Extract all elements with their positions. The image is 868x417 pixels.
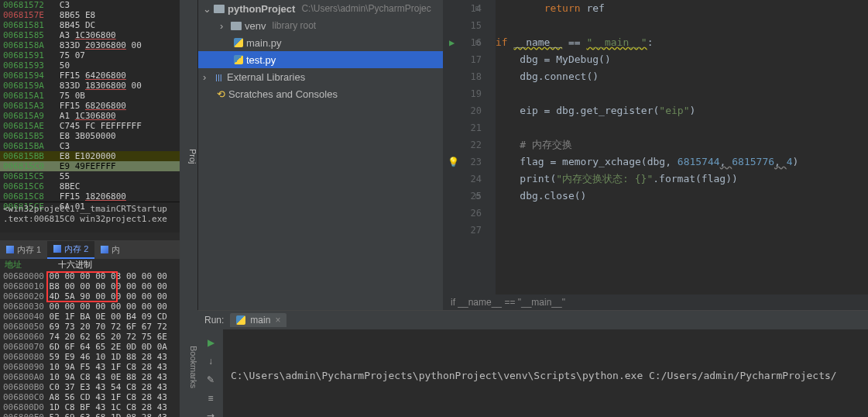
project-sidebar-strip[interactable]: Proj <box>180 0 198 310</box>
memory-tab-3[interactable]: 内 <box>94 242 126 258</box>
breadcrumb[interactable]: if __name__ == "__main__" <box>443 295 868 310</box>
tree-external-libraries[interactable]: › ⫼ External Libraries <box>198 68 443 85</box>
disasm-row[interactable]: 006815A3 FF15 68206800 <box>0 101 180 111</box>
line-number[interactable]: 17 <box>443 51 482 68</box>
run-gutter-icon[interactable]: ▶ <box>449 34 455 51</box>
line-number[interactable]: 16▶⊟ <box>443 34 482 51</box>
disasm-row[interactable]: 00681585 A3 1C306800 <box>0 30 180 40</box>
intention-bulb-icon[interactable]: 💡 <box>448 153 459 171</box>
disassembly-panel[interactable]: 00681572 C30068157E 8B65 E800681581 8B45… <box>0 0 180 233</box>
code-line[interactable]: dbg = MyDebug() <box>496 51 868 68</box>
run-tab-main[interactable]: main × <box>230 313 286 327</box>
memdump-row[interactable]: 00680070 6D 6F 64 65 2E 0D 0D 0A <box>3 342 177 352</box>
memdump-row[interactable]: 006800C0 A8 56 CD 43 1F C8 28 43 <box>3 392 177 402</box>
memdump-row[interactable]: 00680020 4D 5A 90 00 00 00 00 00 <box>3 291 177 302</box>
settings-button[interactable]: ✎ <box>204 374 217 385</box>
memdump-row[interactable]: 00680050 69 73 20 70 72 6F 67 72 <box>3 322 177 332</box>
line-number[interactable]: 19 <box>443 85 482 102</box>
tree-root[interactable]: ⌄ pythonProject C:\Users\admin\PycharmPr… <box>198 0 443 17</box>
line-number[interactable]: 14⊟ <box>443 0 482 17</box>
disasm-row[interactable]: 00681572 C3 <box>0 0 180 10</box>
memdump-row[interactable]: 006800B0 C0 37 E3 43 54 C8 28 43 <box>3 382 177 392</box>
bookmarks-sidebar[interactable]: Bookmarks <box>180 310 198 417</box>
code-line[interactable]: # 内存交换 <box>496 136 868 153</box>
memdump-row[interactable]: 00680060 74 20 62 65 20 72 75 6E <box>3 332 177 342</box>
code-line[interactable]: if __name__ == "__main__": <box>496 34 868 51</box>
disasm-row[interactable]: 006815B5 E8 3B050000 <box>0 131 180 141</box>
disasm-row[interactable]: 006815C5 55 <box>0 171 180 181</box>
tree-scratches[interactable]: ⟲ Scratches and Consoles <box>198 85 443 102</box>
line-number[interactable]: 18 <box>443 68 482 85</box>
memory-dump[interactable]: 00680000 00 00 00 00 03 00 00 0000680010… <box>0 271 180 417</box>
close-icon[interactable]: × <box>275 315 280 326</box>
memdump-row[interactable]: 00680080 59 E9 46 10 1D 88 28 43 <box>3 352 177 362</box>
code-line[interactable]: flag = memory_xchage(dbg, 6815744, 68157… <box>496 153 868 171</box>
disasm-row[interactable]: 00681591 75 07 <box>0 50 180 60</box>
memdump-row[interactable]: 00680030 00 00 00 00 00 00 00 00 <box>3 302 177 312</box>
tree-root-hint: C:\Users\admin\PycharmProjec <box>301 3 431 14</box>
disasm-row[interactable]: 006815C6 8BEC <box>0 181 180 191</box>
memdump-row[interactable]: 00680000 00 00 00 00 03 00 00 00 <box>3 271 177 281</box>
run-button[interactable]: ▶ <box>204 337 217 348</box>
memory-tab-1[interactable]: 内存 1 <box>0 242 47 258</box>
project-tree[interactable]: ⌄ pythonProject C:\Users\admin\PycharmPr… <box>198 0 443 310</box>
memdump-row[interactable]: 00680010 B8 00 00 00 00 00 00 00 <box>3 281 177 291</box>
memdump-row[interactable]: 006800A0 10 9A C8 43 0E 88 28 43 <box>3 372 177 382</box>
code-editor[interactable]: return refif __name__ == "__main__": dbg… <box>496 0 868 295</box>
disasm-row[interactable]: 006815AE C745 FC FEFFFFFF <box>0 121 180 131</box>
disasm-row[interactable]: 006815A9 A1 1C306800 <box>0 111 180 121</box>
disasm-row[interactable]: 0068157E 8B65 E8 <box>0 10 180 20</box>
memdump-row[interactable]: 00680090 10 9A F5 43 1F C8 28 43 <box>3 362 177 372</box>
disasm-row[interactable]: 00681593 50 <box>0 60 180 71</box>
disasm-row[interactable]: 006815BB E8 E1020000 <box>0 151 180 161</box>
tree-test-py[interactable]: test.py <box>198 51 443 68</box>
code-line[interactable] <box>496 222 868 239</box>
tree-venv[interactable]: › venv library root <box>198 17 443 34</box>
disasm-row[interactable]: 006815A1 75 0B <box>0 91 180 101</box>
code-line[interactable]: print("内存交换状态: {}".format(flag)) <box>496 171 868 188</box>
disasm-row[interactable]: 006815BA C3 <box>0 141 180 151</box>
code-line[interactable] <box>496 17 868 34</box>
code-line[interactable] <box>496 119 868 136</box>
code-line[interactable] <box>496 205 868 222</box>
scratches-icon: ⟲ <box>217 88 225 100</box>
memory-header: 地址 十六进制 <box>0 259 180 271</box>
wrap-button[interactable]: ⇄ <box>204 412 217 417</box>
editor-gutter[interactable]: 14⊟1516▶⊟17181920212223💡2425⊟2627 <box>443 0 496 310</box>
line-number[interactable]: 23💡 <box>443 153 482 171</box>
disasm-row[interactable]: 006815C8 FF15 18206800 <box>0 191 180 202</box>
disasm-row[interactable]: 0068159A 833D 18306800 00 <box>0 81 180 91</box>
memory-tabs: 内存 1 内存 2 内 <box>0 240 180 259</box>
library-icon: ⫼ <box>214 71 224 83</box>
memdump-row[interactable]: 00680040 0E 1F BA 0E 00 B4 09 CD <box>3 312 177 322</box>
code-line[interactable]: eip = dbg.get_register("eip") <box>496 102 868 119</box>
fold-icon[interactable]: ⊟ <box>475 0 480 17</box>
stop-button[interactable]: ↓ <box>204 356 217 367</box>
code-line[interactable]: return ref <box>496 0 868 17</box>
filter-button[interactable]: ≡ <box>204 393 217 404</box>
line-number[interactable]: 27 <box>443 222 482 239</box>
cube-icon <box>53 245 61 253</box>
code-line[interactable]: dbg.close() <box>496 188 868 205</box>
line-number[interactable]: 20 <box>443 102 482 119</box>
code-line[interactable] <box>496 85 868 102</box>
disasm-row[interactable]: 006815C0 E9 49FEFFFF <box>0 161 180 171</box>
disasm-row[interactable]: 0068158A 833D 20306800 00 <box>0 40 180 50</box>
line-number[interactable]: 26 <box>443 205 482 222</box>
memdump-row[interactable]: 006800E0 52 69 63 68 1D 08 28 43 <box>3 412 177 417</box>
line-number[interactable]: 25⊟ <box>443 188 482 205</box>
fold-icon[interactable]: ⊟ <box>475 188 480 205</box>
code-line[interactable]: dbg.connect() <box>496 68 868 85</box>
memdump-row[interactable]: 006800D0 1D C8 BF 43 1C C8 28 43 <box>3 402 177 412</box>
python-file-icon <box>234 55 243 64</box>
tree-main-py[interactable]: main.py <box>198 34 443 51</box>
memory-tab-2[interactable]: 内存 2 <box>47 241 94 259</box>
disasm-row[interactable]: 00681581 8B45 DC <box>0 20 180 30</box>
line-number[interactable]: 15 <box>443 17 482 34</box>
addr-label: 地址 <box>5 260 22 270</box>
run-output[interactable]: C:\Users\admin\PycharmProjects\pythonPro… <box>226 333 865 414</box>
disasm-row[interactable]: 00681594 FF15 64206800 <box>0 71 180 81</box>
line-number[interactable]: 22 <box>443 136 482 153</box>
line-number[interactable]: 21 <box>443 119 482 136</box>
line-number[interactable]: 24 <box>443 171 482 188</box>
